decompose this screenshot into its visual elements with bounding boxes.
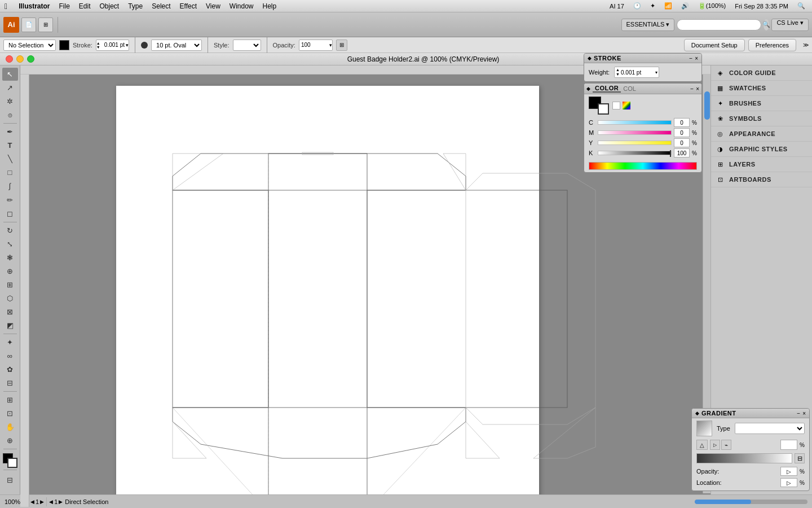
- color-tab-active[interactable]: COLOR: [593, 85, 621, 93]
- tool-shape-builder[interactable]: ⊞: [2, 278, 18, 291]
- panel-appearance[interactable]: ◎ APPEARANCE: [711, 126, 812, 142]
- stroke-color-swatch[interactable]: [598, 103, 609, 115]
- gradient-location-stepper[interactable]: ▷: [780, 478, 797, 487]
- tool-rotate[interactable]: ↻: [2, 224, 18, 237]
- search-icon[interactable]: 🔍: [795, 2, 807, 10]
- tool-pencil[interactable]: ✏: [2, 194, 18, 207]
- page-prev[interactable]: ◀: [30, 499, 34, 505]
- tool-artboard[interactable]: ⊞: [2, 393, 18, 406]
- tool-type[interactable]: T: [2, 139, 18, 152]
- gradient-panel-min[interactable]: −: [797, 410, 800, 417]
- menu-file[interactable]: File: [54, 0, 74, 12]
- tool-eraser[interactable]: ◻: [2, 207, 18, 220]
- selection-type-select[interactable]: No Selection: [3, 40, 56, 51]
- menu-object[interactable]: Object: [95, 0, 124, 12]
- stroke-panel-min-btn[interactable]: −: [689, 55, 692, 62]
- color-panel-close[interactable]: ×: [696, 86, 699, 92]
- tool-symbol-spray[interactable]: ✿: [2, 363, 18, 376]
- tool-blend[interactable]: ∞: [2, 349, 18, 362]
- maximize-btn[interactable]: [27, 55, 34, 63]
- menu-illustrator[interactable]: Illustrator: [14, 0, 54, 12]
- tool-select[interactable]: ↖: [2, 68, 18, 81]
- cslive-btn[interactable]: CS Live ▾: [771, 19, 809, 31]
- stroke-dropdown-btn[interactable]: ▾: [126, 42, 129, 48]
- y-slider[interactable]: [598, 141, 672, 145]
- stroke-panel-collapse[interactable]: ◆: [588, 55, 592, 61]
- misc-btn[interactable]: ⊞: [336, 40, 347, 51]
- preferences-btn[interactable]: Preferences: [748, 39, 796, 51]
- tool-scale[interactable]: ⤡: [2, 238, 18, 251]
- tool-free-transform[interactable]: ⊕: [2, 265, 18, 278]
- gradient-opacity-stepper[interactable]: ▷: [780, 467, 797, 476]
- scrollbar-thumb-v[interactable]: [704, 91, 710, 120]
- essentials-menu[interactable]: ESSENTIALS ▾: [621, 19, 675, 31]
- panel-graphic-styles[interactable]: ◑ GRAPHIC STYLES: [711, 142, 812, 157]
- style-select[interactable]: [233, 40, 261, 51]
- fill-stroke-selector[interactable]: [3, 453, 17, 468]
- tool-graph[interactable]: ⊟: [2, 376, 18, 389]
- menu-select[interactable]: Select: [147, 0, 175, 12]
- close-btn[interactable]: [6, 55, 13, 63]
- tool-slice[interactable]: ⊡: [2, 407, 18, 420]
- screen-mode-btn[interactable]: ⊟: [2, 472, 18, 488]
- tool-mesh[interactable]: ⊠: [2, 305, 18, 318]
- minimize-btn[interactable]: [16, 55, 24, 63]
- tool-lasso[interactable]: ⌾: [2, 108, 18, 121]
- new-document-btn[interactable]: 📄: [21, 17, 36, 32]
- k-slider[interactable]: [598, 151, 672, 155]
- tool-paintbrush[interactable]: ∫: [2, 179, 18, 192]
- search-input[interactable]: [677, 19, 761, 30]
- tool-hand[interactable]: ✋: [2, 421, 18, 433]
- gradient-bar[interactable]: [696, 453, 792, 463]
- view-mode-btn[interactable]: ⊞: [38, 17, 53, 32]
- gradient-delete-btn[interactable]: ⊟: [795, 453, 805, 463]
- color-panel-collapse[interactable]: ◆: [584, 86, 593, 91]
- tool-magic-wand[interactable]: ✲: [2, 95, 18, 108]
- menu-effect[interactable]: Effect: [175, 0, 201, 12]
- weight-dropdown[interactable]: ▾: [655, 70, 659, 75]
- m-slider[interactable]: [598, 130, 672, 135]
- menu-help[interactable]: Help: [258, 0, 281, 12]
- color-spectrum-bar[interactable]: [589, 162, 697, 170]
- tool-eyedropper[interactable]: ✦: [2, 336, 18, 349]
- artboard-next[interactable]: ▶: [59, 499, 63, 505]
- artboard-prev[interactable]: ◀: [49, 499, 53, 505]
- panel-brushes[interactable]: ✦ BRUSHES: [711, 96, 812, 111]
- stroke-panel-close-btn[interactable]: ×: [695, 55, 698, 62]
- apple-menu[interactable]: : [5, 2, 7, 11]
- gradient-reverse-btn[interactable]: △: [696, 440, 708, 450]
- gradient-ctrl-btn-1[interactable]: ▷: [710, 440, 720, 450]
- tool-pen[interactable]: ✒: [2, 125, 18, 138]
- weight-stepper[interactable]: ▲ ▼: [615, 68, 621, 77]
- tool-warp[interactable]: ❃: [2, 251, 18, 264]
- page-next[interactable]: ▶: [40, 499, 44, 505]
- gradient-preview-swatch[interactable]: [696, 421, 712, 436]
- panel-artboards[interactable]: ⊡ ARTBOARDS: [711, 172, 812, 187]
- stroke-swatch[interactable]: [59, 40, 69, 50]
- gradient-panel-collapse[interactable]: ◆: [695, 410, 699, 416]
- menu-view[interactable]: View: [201, 0, 225, 12]
- brush-select[interactable]: 10 pt. Oval: [151, 40, 202, 51]
- stroke-swatch-tool[interactable]: [7, 458, 17, 468]
- gradient-type-select[interactable]: [735, 423, 805, 434]
- stroke-stepper[interactable]: ▲ ▼: [96, 40, 103, 50]
- rainbow-swatch[interactable]: [623, 102, 630, 110]
- panel-symbols[interactable]: ❀ SYMBOLS: [711, 111, 812, 126]
- menu-window[interactable]: Window: [225, 0, 258, 12]
- panel-color-guide[interactable]: ◈ COLOR GUIDE: [711, 65, 812, 81]
- document-setup-btn[interactable]: Document Setup: [684, 39, 745, 51]
- menu-edit[interactable]: Edit: [74, 0, 95, 12]
- c-slider[interactable]: [598, 120, 672, 125]
- panel-layers[interactable]: ⊞ LAYERS: [711, 157, 812, 172]
- tool-zoom[interactable]: ⊕: [2, 434, 18, 447]
- tool-direct-select[interactable]: ↗: [2, 81, 18, 94]
- none-swatch[interactable]: [612, 102, 620, 110]
- tool-line[interactable]: ╲: [2, 152, 18, 165]
- controlbar-options-btn[interactable]: ≫: [800, 42, 809, 48]
- color-tab-2[interactable]: COL: [621, 85, 638, 92]
- gradient-panel-close[interactable]: ×: [802, 410, 806, 417]
- tool-perspective[interactable]: ⬡: [2, 292, 18, 305]
- menu-type[interactable]: Type: [123, 0, 147, 12]
- tool-rect[interactable]: □: [2, 166, 18, 179]
- tool-gradient[interactable]: ◩: [2, 319, 18, 332]
